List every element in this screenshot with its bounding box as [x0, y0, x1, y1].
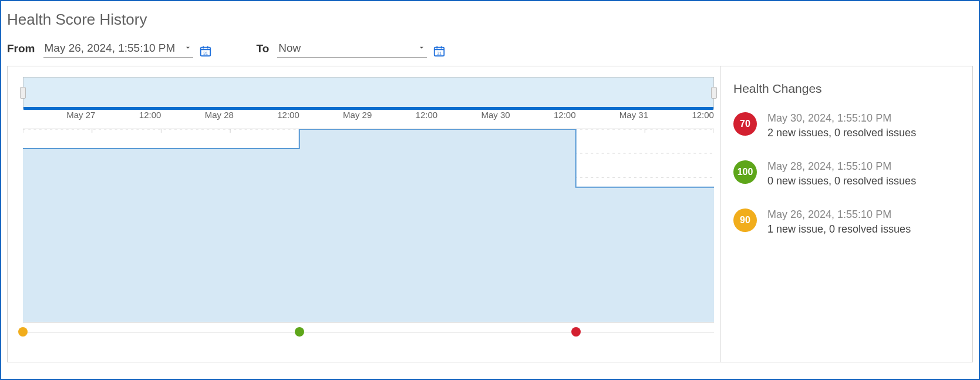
to-label: To: [257, 42, 270, 55]
from-date-select[interactable]: May 26, 2024, 1:55:10 PM: [43, 39, 193, 58]
health-score-chart[interactable]: 255075: [23, 129, 714, 322]
date-filter-bar: From May 26, 2024, 1:55:10 PM 31 To Now: [7, 39, 973, 58]
x-tick-label: 12:00: [416, 110, 438, 120]
health-changes-panel: Health Changes 70 May 30, 2024, 1:55:10 …: [720, 66, 972, 362]
x-tick-label: May 28: [205, 110, 234, 120]
event-dot[interactable]: [295, 327, 304, 337]
svg-text:31: 31: [203, 51, 207, 56]
x-tick-label: May 31: [619, 110, 648, 120]
change-timestamp: May 28, 2024, 1:55:10 PM: [767, 160, 916, 173]
from-label: From: [7, 42, 35, 55]
x-tick-label: 12:00: [277, 110, 299, 120]
event-timeline: [23, 322, 714, 341]
change-message: 0 new issues, 0 resolved issues: [767, 175, 916, 187]
score-badge: 70: [733, 112, 757, 136]
event-dot[interactable]: [18, 327, 28, 337]
x-tick-label: 12:00: [554, 110, 576, 120]
event-dot[interactable]: [571, 327, 581, 337]
x-tick-label: May 30: [481, 110, 510, 120]
chevron-down-icon: [184, 42, 192, 55]
svg-text:31: 31: [437, 51, 442, 56]
change-timestamp: May 30, 2024, 1:55:10 PM: [767, 112, 916, 125]
chevron-down-icon: [417, 42, 426, 55]
x-tick-label: 12:00: [692, 110, 714, 120]
x-tick-label: May 29: [343, 110, 372, 120]
change-message: 2 new issues, 0 resolved issues: [767, 127, 916, 139]
range-handle-left[interactable]: [20, 87, 26, 99]
score-badge: 100: [733, 160, 757, 184]
health-change-item[interactable]: 100 May 28, 2024, 1:55:10 PM 0 new issue…: [733, 160, 959, 187]
chart-area: May 2712:00May 2812:00May 2912:00May 301…: [8, 66, 720, 362]
change-timestamp: May 26, 2024, 1:55:10 PM: [767, 209, 911, 221]
overview-x-axis: May 2712:00May 2812:00May 2912:00May 301…: [23, 110, 714, 123]
to-date-select[interactable]: Now: [277, 39, 427, 58]
health-changes-title: Health Changes: [733, 82, 959, 96]
health-change-item[interactable]: 90 May 26, 2024, 1:55:10 PM 1 new issue,…: [733, 209, 959, 236]
health-change-item[interactable]: 70 May 30, 2024, 1:55:10 PM 2 new issues…: [733, 112, 959, 139]
x-tick-label: May 27: [66, 110, 95, 120]
calendar-icon[interactable]: 31: [433, 45, 446, 58]
overview-range[interactable]: [23, 77, 714, 109]
from-date-value: May 26, 2024, 1:55:10 PM: [45, 42, 176, 54]
calendar-icon[interactable]: 31: [199, 45, 212, 58]
range-handle-right[interactable]: [711, 87, 717, 99]
change-message: 1 new issue, 0 resolved issues: [767, 223, 911, 236]
page-title: Health Score History: [7, 11, 973, 29]
to-date-value: Now: [278, 42, 301, 54]
x-tick-label: 12:00: [139, 110, 161, 120]
score-badge: 90: [733, 209, 757, 232]
